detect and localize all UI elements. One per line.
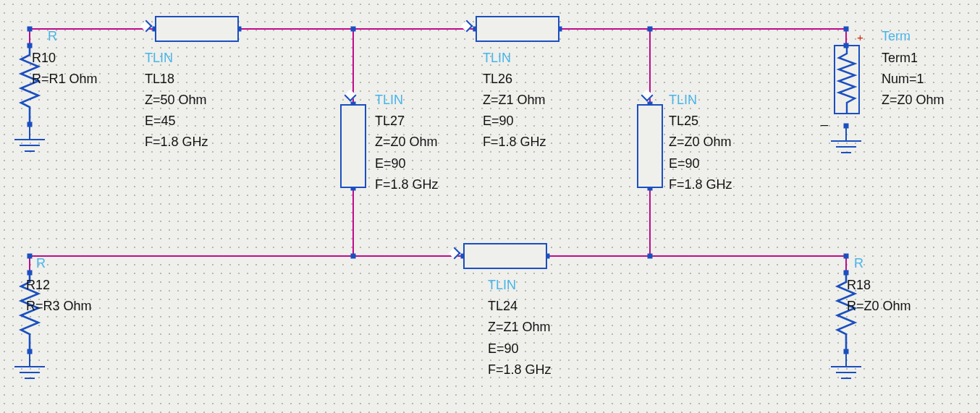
tlin-tl18-symbol[interactable] xyxy=(155,16,239,42)
r10-type: R xyxy=(48,27,57,45)
tl24-param-0: Z=Z1 Ohm xyxy=(488,318,551,336)
wire xyxy=(559,28,847,30)
wire xyxy=(239,28,476,30)
term1-param-1: Z=Z0 Ohm xyxy=(882,91,945,108)
term1-type: Term xyxy=(882,27,911,45)
tlin-tl25-symbol[interactable] xyxy=(637,104,663,188)
tl18-param-0: Z=50 Ohm xyxy=(145,91,207,108)
tlin-tl24-symbol[interactable] xyxy=(463,243,547,269)
tl18-param-2: F=1.8 GHz xyxy=(145,133,208,150)
ground-icon xyxy=(29,352,30,366)
r18-param-0: R=Z0 Ohm xyxy=(847,297,911,315)
ground-icon xyxy=(29,124,30,139)
node xyxy=(351,254,356,259)
r12-name: R12 xyxy=(26,276,50,294)
tl27-type: TLIN xyxy=(375,91,403,108)
tl24-param-2: F=1.8 GHz xyxy=(488,361,552,378)
node xyxy=(648,254,653,259)
ground-icon xyxy=(20,145,40,146)
ground-icon xyxy=(14,366,45,367)
node xyxy=(28,271,33,276)
r10-name: R10 xyxy=(32,49,56,67)
node xyxy=(844,254,849,259)
wire xyxy=(547,255,847,257)
tl18-param-1: E=45 xyxy=(145,112,176,129)
tl18-type: TLIN xyxy=(145,49,173,67)
term1-name: Term1 xyxy=(882,49,918,67)
tlin-tl27-symbol[interactable] xyxy=(340,104,366,188)
node xyxy=(844,271,849,276)
node xyxy=(844,43,849,48)
tlin-tl26-symbol[interactable] xyxy=(476,16,559,42)
r18-name: R18 xyxy=(847,276,871,294)
node xyxy=(844,27,849,32)
term1-param-0: Num=1 xyxy=(882,70,924,88)
pin-marker xyxy=(641,90,654,102)
node xyxy=(648,27,653,32)
tl27-name: TL27 xyxy=(375,112,405,129)
tl27-param-0: Z=Z0 Ohm xyxy=(375,133,438,150)
node xyxy=(28,43,33,48)
tl26-name: TL26 xyxy=(483,70,512,88)
pin-marker xyxy=(449,247,461,260)
ground-icon xyxy=(831,366,861,367)
wire xyxy=(29,255,463,257)
tl18-name: TL18 xyxy=(145,70,174,88)
tl24-param-1: E=90 xyxy=(488,340,519,357)
ground-icon xyxy=(14,139,45,140)
ground-icon xyxy=(836,372,856,373)
ground-icon xyxy=(836,146,856,148)
tl24-name: TL24 xyxy=(488,297,518,315)
tl27-param-1: E=90 xyxy=(375,155,406,172)
r12-param-0: R=R3 Ohm xyxy=(26,297,92,315)
tl26-type: TLIN xyxy=(483,49,511,67)
tl24-type: TLIN xyxy=(488,276,516,294)
ground-icon xyxy=(831,140,861,142)
tl25-param-2: F=1.8 GHz xyxy=(669,176,732,193)
tl25-param-0: Z=Z0 Ohm xyxy=(669,133,732,150)
tl27-param-2: F=1.8 GHz xyxy=(375,176,439,193)
r12-type: R xyxy=(36,255,46,272)
tl26-param-1: E=90 xyxy=(483,112,514,129)
tl25-param-1: E=90 xyxy=(669,155,700,172)
pin-marker xyxy=(140,20,153,33)
tl25-name: TL25 xyxy=(669,112,698,129)
node xyxy=(28,254,33,259)
r18-type: R xyxy=(854,255,863,272)
term-plus: + xyxy=(857,29,863,46)
tl26-param-0: Z=Z1 Ohm xyxy=(483,91,546,108)
ground-icon xyxy=(841,378,851,379)
ground-icon xyxy=(845,126,847,140)
term1-symbol[interactable] xyxy=(834,45,860,114)
ground-icon xyxy=(25,150,35,152)
term-minus: _ xyxy=(821,110,828,127)
wire xyxy=(352,188,354,256)
pin-marker xyxy=(345,90,357,102)
wire xyxy=(649,188,651,256)
schematic-canvas[interactable]: + _ R R10 R=R1 Ohm R R12 R=R3 Ohm R R18 … xyxy=(0,0,980,413)
ground-icon xyxy=(841,152,851,153)
pin-marker xyxy=(461,20,473,33)
node xyxy=(28,27,33,32)
ground-icon xyxy=(25,378,35,379)
r10-param-0: R=R1 Ohm xyxy=(32,70,98,88)
tl25-type: TLIN xyxy=(669,91,697,108)
ground-icon xyxy=(845,352,847,366)
ground-icon xyxy=(20,372,40,373)
tl26-param-2: F=1.8 GHz xyxy=(483,133,546,150)
node xyxy=(351,27,356,32)
